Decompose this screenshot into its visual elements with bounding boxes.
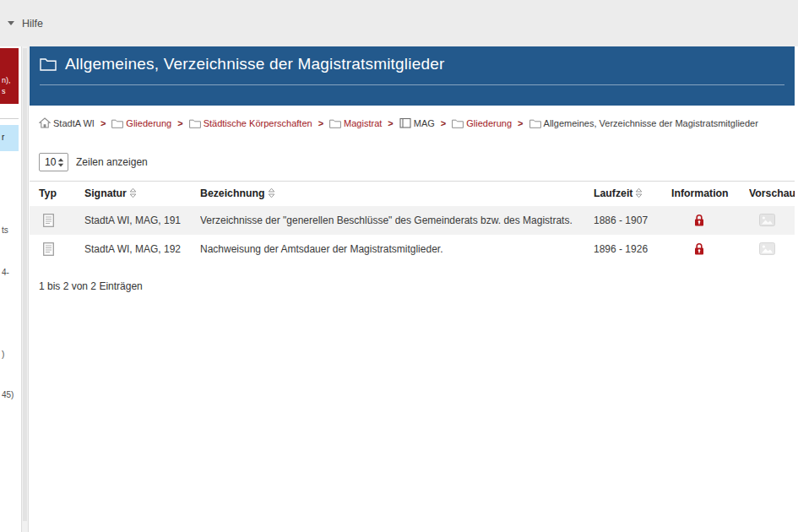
sidebar-tree-clipped: n), s r ts 4- ) 45): [0, 46, 19, 532]
sort-icon[interactable]: [635, 187, 643, 198]
table-row[interactable]: StadtA WI, MAG, 192 Nachweisung der Amts…: [30, 235, 795, 263]
rows-per-page-value: 10: [45, 156, 56, 168]
sort-icon[interactable]: [129, 187, 137, 198]
column-header-information: Information: [671, 182, 749, 206]
cell-bezeichnung: Nachweisung der Amtsdauer der Magistrats…: [200, 235, 594, 263]
breadcrumb-item-mag[interactable]: MAG: [399, 117, 435, 128]
page-header: Allgemeines, Verzeichnisse der Magistrat…: [30, 46, 795, 106]
cell-laufzeit: 1886 - 1907: [594, 206, 671, 235]
breadcrumb-separator: >: [441, 118, 446, 128]
breadcrumb-separator: >: [177, 118, 182, 128]
sidebar-fragment: n),: [2, 76, 11, 85]
breadcrumb-separator: >: [100, 118, 106, 128]
top-menubar: Hilfe: [0, 0, 798, 46]
header-divider: [40, 84, 784, 85]
results-table: Typ Signatur Bezeichnung Laufzeit Inform…: [30, 181, 795, 263]
breadcrumb-label: StadtA WI: [53, 118, 95, 128]
cell-laufzeit: 1896 - 1926: [594, 235, 671, 263]
column-header-typ: Typ: [30, 182, 84, 206]
image-placeholder-icon: [759, 242, 775, 255]
content-shell: n), s r ts 4- ) 45) Allgemeines, Verzeic…: [0, 46, 798, 532]
folder-icon: [40, 57, 57, 71]
caret-down-icon[interactable]: [8, 21, 14, 25]
breadcrumb-item-current: Allgemeines, Verzeichnisse der Magistrat…: [529, 118, 758, 128]
column-header-vorschau: Vorschau: [749, 182, 795, 206]
rows-per-page-select[interactable]: 10: [39, 153, 68, 171]
main-panel: Allgemeines, Verzeichnisse der Magistrat…: [30, 46, 795, 532]
breadcrumb-item-gliederung-2[interactable]: Gliederung: [452, 118, 512, 128]
breadcrumb-label: Städtische Körperschaften: [204, 118, 312, 128]
select-spinner-icon: [57, 158, 64, 167]
sidebar-scrollbar[interactable]: [21, 46, 29, 532]
sidebar-item-fragment[interactable]: 4-: [2, 268, 9, 277]
sort-icon[interactable]: [268, 187, 275, 198]
breadcrumb-label: Gliederung: [466, 118, 512, 128]
column-header-laufzeit[interactable]: Laufzeit: [594, 182, 671, 206]
cell-signatur: StadtA WI, MAG, 192: [84, 235, 200, 263]
rows-per-page-label: Zeilen anzeigen: [76, 156, 148, 168]
sidebar-divider: [0, 118, 19, 119]
breadcrumb-label: MAG: [414, 118, 435, 128]
folder-icon: [111, 118, 123, 128]
breadcrumb-label: Allgemeines, Verzeichnisse der Magistrat…: [544, 118, 758, 128]
sidebar-red-node[interactable]: n), s: [0, 48, 19, 104]
folder-icon: [189, 118, 201, 128]
sidebar-fragment: s: [2, 87, 6, 96]
cell-information: [671, 206, 749, 235]
folder-icon: [529, 118, 541, 128]
image-placeholder-icon: [759, 214, 775, 226]
page-title-row: Allgemeines, Verzeichnisse der Magistrat…: [30, 46, 795, 73]
results-summary: 1 bis 2 von 2 Einträgen: [39, 280, 795, 292]
breadcrumb-label: Magistrat: [344, 118, 382, 128]
home-icon: [39, 117, 51, 128]
table-header-row: Typ Signatur Bezeichnung Laufzeit Inform…: [30, 182, 795, 206]
cell-information: [671, 235, 749, 263]
breadcrumb-label: Gliederung: [126, 118, 171, 128]
document-icon: [43, 214, 54, 227]
column-header-bezeichnung[interactable]: Bezeichnung: [200, 182, 594, 206]
cell-typ: [30, 206, 84, 235]
table-row[interactable]: StadtA WI, MAG, 191 Verzeichnisse der "g…: [30, 206, 795, 235]
lock-icon: [694, 242, 704, 255]
table-controls: 10 Zeilen anzeigen: [39, 153, 795, 171]
document-icon: [43, 242, 54, 256]
breadcrumb-item-gliederung-1[interactable]: Gliederung: [111, 118, 171, 128]
cell-signatur: StadtA WI, MAG, 191: [84, 206, 200, 235]
scrollbar-thumb[interactable]: [23, 48, 27, 521]
sidebar-fragment: r: [2, 133, 4, 142]
column-header-signatur[interactable]: Signatur: [84, 182, 200, 206]
cell-vorschau: [749, 206, 795, 235]
cell-typ: [30, 235, 84, 263]
help-menu-item[interactable]: Hilfe: [22, 18, 43, 30]
sidebar-item-selected[interactable]: r: [0, 125, 19, 151]
breadcrumb-separator: >: [318, 118, 323, 128]
sidebar-item-fragment[interactable]: ): [2, 350, 4, 359]
breadcrumb: StadtA WI > Gliederung > Städtische Körp…: [30, 106, 795, 128]
breadcrumb-separator: >: [388, 118, 393, 128]
holding-icon: [399, 117, 411, 128]
folder-icon: [329, 118, 341, 128]
breadcrumb-item-stadta-wi[interactable]: StadtA WI: [39, 117, 95, 128]
page-title: Allgemeines, Verzeichnisse der Magistrat…: [65, 55, 445, 73]
breadcrumb-item-staedtische-koerperschaften[interactable]: Städtische Körperschaften: [189, 118, 312, 128]
cell-vorschau: [749, 235, 795, 263]
folder-icon: [452, 118, 464, 128]
breadcrumb-item-magistrat[interactable]: Magistrat: [329, 118, 382, 128]
breadcrumb-separator: >: [518, 118, 523, 128]
sidebar-item-fragment[interactable]: ts: [2, 225, 8, 235]
cell-bezeichnung: Verzeichnisse der "generellen Beschlüsse…: [200, 206, 594, 235]
lock-icon: [694, 214, 704, 226]
sidebar-item-fragment[interactable]: 45): [2, 390, 14, 399]
